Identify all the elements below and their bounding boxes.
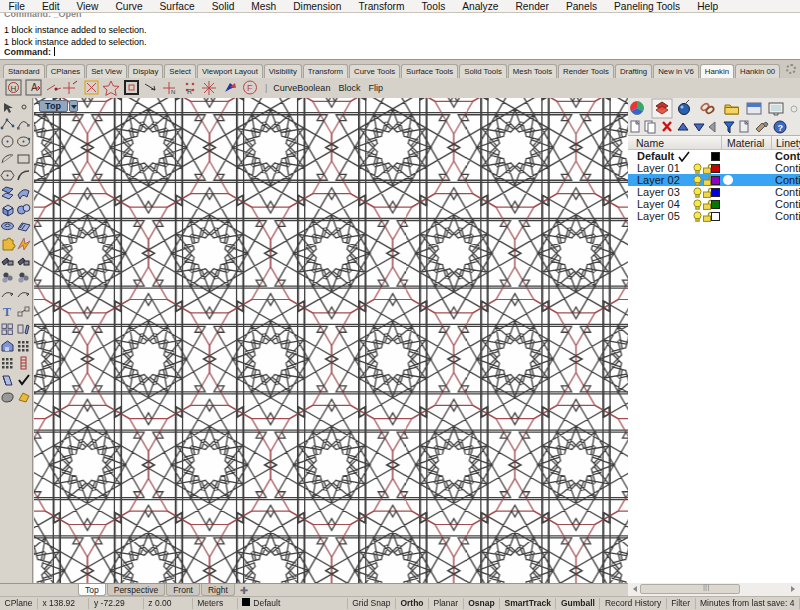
svg-text:R: R: [187, 88, 192, 95]
svg-text:H: H: [11, 84, 17, 93]
svg-text:F: F: [247, 83, 253, 93]
svg-text:?: ?: [778, 123, 784, 133]
svg-text:N: N: [171, 89, 175, 95]
svg-text:T: T: [3, 305, 11, 319]
